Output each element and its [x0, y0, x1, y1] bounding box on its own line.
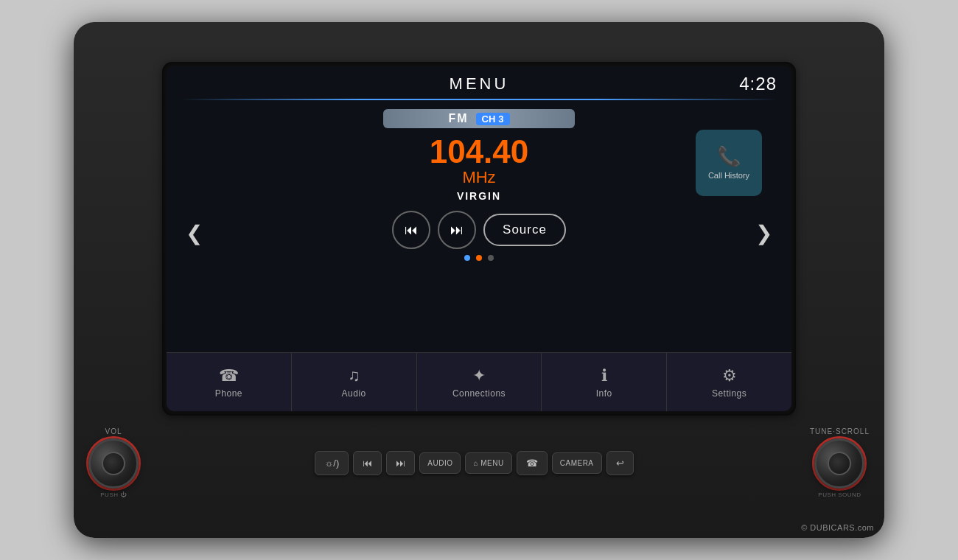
- nav-settings-label: Settings: [712, 388, 747, 399]
- brightness-button[interactable]: ☼/): [315, 451, 349, 475]
- tune-label: TUNE·SCROLL: [810, 427, 870, 435]
- time-display: 4:28: [578, 74, 777, 94]
- vol-knob-section: VOL PUSH ⏻: [88, 427, 139, 498]
- dot-2: [476, 255, 482, 261]
- nav-info-label: Info: [596, 388, 612, 399]
- info-icon: ℹ: [601, 366, 607, 385]
- audio-icon: ♫: [348, 366, 360, 385]
- tune-knob-section: TUNE·SCROLL PUSH SOUND: [810, 427, 870, 498]
- ch-badge: CH 3: [476, 113, 510, 125]
- nav-audio[interactable]: ♫ Audio: [292, 353, 417, 411]
- menu-button[interactable]: ⌂ MENU: [465, 452, 511, 474]
- nav-phone-label: Phone: [215, 388, 242, 399]
- call-history-label: Call History: [708, 171, 749, 181]
- screen: MENU 4:28 ❮ FM CH 3: [167, 66, 791, 411]
- call-history-icon: 📞: [717, 145, 741, 168]
- ch-text: CH: [482, 113, 496, 125]
- camera-button[interactable]: CAMERA: [552, 452, 602, 474]
- phone-button[interactable]: ☎: [517, 451, 548, 475]
- fm-label: FM: [448, 112, 468, 125]
- freq-unit: MHz: [430, 168, 529, 187]
- vol-knob[interactable]: [88, 438, 139, 489]
- top-bar: MENU 4:28: [167, 66, 791, 99]
- pagination-dots: [464, 255, 494, 261]
- nav-connections-label: Connections: [452, 388, 506, 399]
- controls-row: ⏮ ⏭ Source: [181, 211, 777, 249]
- nav-phone[interactable]: ☎ Phone: [167, 353, 292, 411]
- vol-label: VOL: [105, 427, 122, 435]
- frequency-display: 104.40 MHz: [430, 136, 529, 187]
- prev-button[interactable]: ⏮: [392, 211, 430, 249]
- next-button[interactable]: ⏭: [438, 211, 476, 249]
- nav-left-arrow[interactable]: ❮: [174, 215, 214, 251]
- dot-1: [464, 255, 470, 261]
- nav-audio-label: Audio: [342, 388, 366, 399]
- physical-buttons: ☼/) ⏮ ⏭ AUDIO ⌂ MENU ☎ CAMERA ↩: [315, 451, 633, 475]
- audio-button[interactable]: AUDIO: [419, 452, 461, 474]
- screen-bezel: MENU 4:28 ❮ FM CH 3: [162, 62, 796, 416]
- back-button[interactable]: ↩: [606, 451, 634, 475]
- station-name: VIRGIN: [457, 190, 501, 202]
- frequency-number: 104.40: [430, 136, 529, 168]
- phys-prev-button[interactable]: ⏮: [353, 451, 382, 475]
- bluetooth-icon: ✦: [472, 366, 486, 385]
- nav-info[interactable]: ℹ Info: [542, 353, 667, 411]
- bottom-nav: ☎ Phone ♫ Audio ✦ Connections ℹ Info ⚙: [167, 352, 791, 411]
- watermark: © DUBICARS.com: [801, 523, 874, 532]
- call-history-tile[interactable]: 📞 Call History: [696, 130, 762, 196]
- vol-sublabel: PUSH ⏻: [100, 491, 126, 498]
- car-infotainment-unit: MENU 4:28 ❮ FM CH 3: [74, 22, 884, 538]
- tune-sublabel: PUSH SOUND: [818, 491, 861, 498]
- ch-number: 3: [498, 113, 503, 125]
- physical-controls: VOL PUSH ⏻ ☼/) ⏮ ⏭ AUDIO ⌂ MENU ☎ CAMERA…: [88, 416, 870, 498]
- phys-next-button[interactable]: ⏭: [386, 451, 415, 475]
- nav-right-arrow[interactable]: ❯: [744, 215, 784, 251]
- menu-title: MENU: [380, 74, 578, 94]
- phone-icon: ☎: [219, 366, 239, 385]
- source-button[interactable]: Source: [483, 214, 566, 246]
- settings-icon: ⚙: [722, 366, 737, 385]
- nav-settings[interactable]: ⚙ Settings: [667, 353, 791, 411]
- fm-bar: FM CH 3: [383, 109, 575, 128]
- nav-connections[interactable]: ✦ Connections: [417, 353, 542, 411]
- tune-knob[interactable]: [814, 438, 864, 489]
- dot-3: [488, 255, 494, 261]
- main-content: ❮ FM CH 3 104.40 MHz VIRGIN: [167, 100, 791, 352]
